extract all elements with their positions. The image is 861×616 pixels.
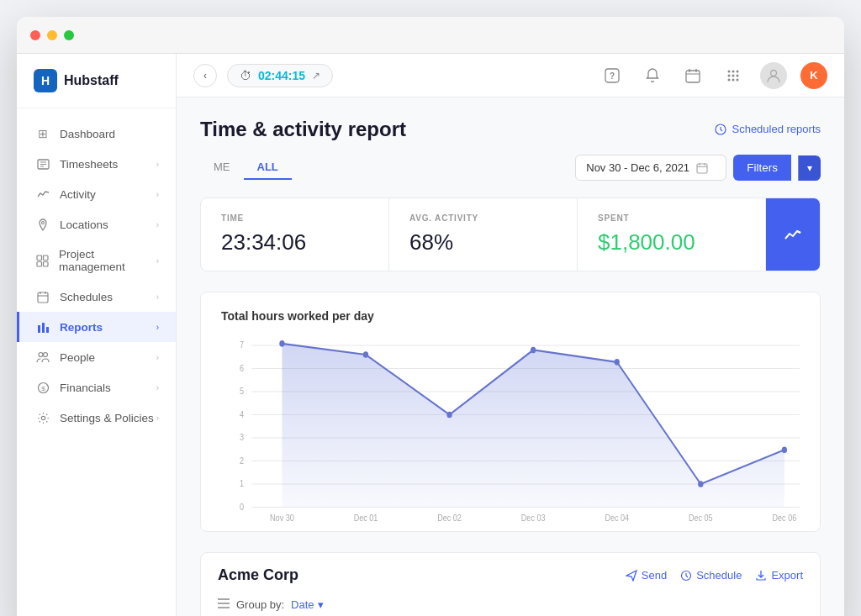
svg-text:7: 7: [240, 340, 244, 350]
chart-point-4: [615, 359, 620, 366]
svg-text:6: 6: [240, 363, 244, 373]
time-label: TIME: [221, 213, 368, 223]
svg-text:4: 4: [240, 409, 244, 419]
svg-text:2: 2: [240, 455, 244, 466]
people-icon: [36, 350, 50, 364]
timesheets-icon: [36, 157, 50, 171]
timer-expand-icon[interactable]: ↗: [312, 70, 320, 82]
notifications-icon-button[interactable]: [639, 62, 666, 89]
timesheets-chevron: ›: [156, 160, 159, 169]
svg-text:Dec 04: Dec 04: [605, 513, 629, 521]
sidebar-item-timesheets[interactable]: Timesheets ›: [17, 149, 176, 179]
table-header: Acme Corp Send Schedule: [201, 553, 820, 598]
chart-point-2: [446, 412, 452, 419]
date-filter-row: Nov 30 - Dec 6, 2021 Filters ▾: [575, 155, 821, 181]
dashboard-icon: ⊞: [36, 127, 50, 140]
locations-icon: [36, 218, 50, 231]
group-by-icon: [218, 598, 230, 611]
schedule-button[interactable]: Schedule: [680, 569, 742, 582]
svg-rect-7: [37, 261, 42, 266]
svg-text:1: 1: [240, 478, 244, 488]
svg-point-27: [728, 70, 731, 72]
reports-chevron: ›: [156, 323, 159, 332]
sidebar-item-dashboard[interactable]: ⊞ Dashboard: [17, 118, 176, 149]
filters-dropdown-button[interactable]: ▾: [798, 155, 821, 181]
date-range-input[interactable]: Nov 30 - Dec 6, 2021: [575, 155, 726, 181]
svg-text:?: ?: [610, 71, 615, 81]
sidebar-item-financials[interactable]: $ Financials ›: [17, 372, 176, 403]
filters-button[interactable]: Filters: [733, 155, 791, 181]
chart-point-3: [531, 347, 536, 354]
sidebar: H Hubstaff ⊞ Dashboard: [17, 54, 177, 616]
sidebar-item-locations[interactable]: Locations ›: [17, 209, 176, 240]
metric-avg-activity: AVG. ACTIVITY 68%: [389, 198, 578, 271]
sidebar-nav: ⊞ Dashboard Timesheets ›: [17, 108, 176, 616]
svg-text:0: 0: [240, 502, 244, 512]
settings-icon: [36, 411, 50, 424]
svg-text:Dec 05: Dec 05: [689, 513, 713, 521]
sidebar-item-project-management[interactable]: Project management ›: [17, 240, 176, 282]
hours-chart: 7 6 5 4 3 2 1 0: [221, 336, 800, 521]
financials-icon: $: [36, 381, 50, 394]
chart-point-6: [782, 446, 787, 453]
chart-point-0: [279, 340, 284, 347]
svg-point-20: [41, 416, 45, 419]
metric-chart-action[interactable]: [766, 198, 820, 271]
tabs-filter-row: ME ALL Nov 30 - Dec 6, 2021 Filters ▾: [200, 155, 821, 181]
main-layout: H Hubstaff ⊞ Dashboard: [17, 54, 844, 616]
svg-rect-8: [44, 261, 49, 266]
user-initial-avatar[interactable]: K: [800, 62, 827, 89]
project-management-chevron: ›: [156, 256, 159, 266]
locations-chevron: ›: [156, 220, 159, 229]
sidebar-item-people[interactable]: People ›: [17, 342, 176, 372]
user-avatar[interactable]: [760, 62, 787, 89]
sidebar-item-activity[interactable]: Activity ›: [17, 179, 176, 209]
activity-chevron: ›: [156, 190, 159, 199]
logo-icon: H: [34, 69, 57, 92]
sidebar-item-reports[interactable]: Reports ›: [17, 312, 176, 342]
activity-icon: [36, 187, 50, 201]
scheduled-reports-link[interactable]: Scheduled reports: [715, 123, 821, 135]
calendar-icon-button[interactable]: [679, 62, 706, 89]
sidebar-item-settings[interactable]: Settings & Policies ›: [17, 403, 176, 433]
timer-value: 02:44:15: [258, 69, 305, 82]
titlebar: [17, 17, 844, 54]
tabs: ME ALL: [200, 155, 292, 180]
back-button[interactable]: ‹: [193, 64, 217, 87]
svg-rect-13: [38, 325, 40, 333]
sidebar-item-schedules[interactable]: Schedules ›: [17, 282, 176, 312]
avg-activity-label: AVG. ACTIVITY: [409, 213, 557, 223]
svg-point-32: [737, 74, 739, 76]
help-icon-button[interactable]: ?: [599, 62, 626, 89]
grid-icon-button[interactable]: [720, 62, 747, 89]
group-by-value[interactable]: Date ▾: [291, 598, 323, 611]
content-area: ‹ ⏱ 02:44:15 ↗ ?: [177, 54, 844, 616]
schedules-chevron: ›: [156, 292, 159, 302]
svg-text:3: 3: [240, 432, 244, 442]
svg-text:5: 5: [240, 386, 244, 396]
topbar-right: ? K: [599, 62, 827, 89]
svg-point-17: [44, 353, 48, 357]
page-title: Time & activity report: [200, 118, 406, 141]
timer-widget: ⏱ 02:44:15 ↗: [227, 64, 333, 87]
svg-point-16: [39, 353, 43, 357]
tab-all[interactable]: ALL: [244, 155, 292, 180]
minimize-button[interactable]: [47, 30, 57, 40]
svg-point-28: [732, 70, 735, 72]
export-button[interactable]: Export: [755, 569, 803, 582]
metrics-row: TIME 23:34:06 AVG. ACTIVITY 68% SPENT $1…: [200, 197, 821, 271]
maximize-button[interactable]: [64, 30, 74, 40]
company-name: Acme Corp: [218, 566, 298, 584]
schedules-icon: [36, 290, 50, 303]
send-button[interactable]: Send: [626, 569, 667, 582]
close-button[interactable]: [30, 30, 40, 40]
tab-me[interactable]: ME: [200, 155, 244, 180]
svg-rect-14: [42, 323, 45, 333]
svg-point-33: [728, 78, 731, 81]
metric-spent: SPENT $1,800.00: [578, 198, 766, 271]
svg-rect-15: [46, 327, 49, 333]
chart-container: 7 6 5 4 3 2 1 0: [221, 336, 800, 521]
traffic-lights: [30, 30, 74, 40]
sidebar-logo: H Hubstaff: [17, 54, 176, 108]
svg-point-31: [732, 74, 735, 76]
